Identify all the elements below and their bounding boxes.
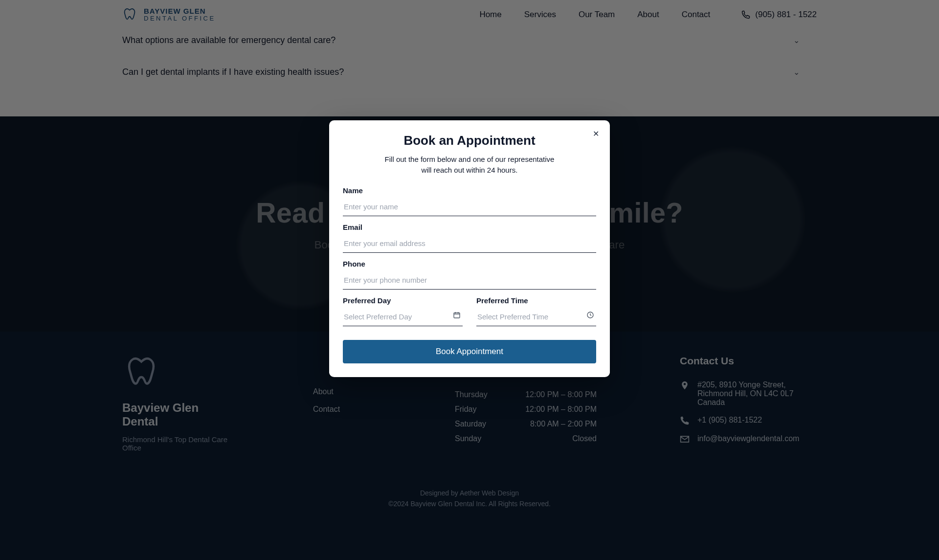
book-appointment-button-label: Book Appointment <box>436 347 503 356</box>
svg-rect-0 <box>454 313 460 318</box>
phone-input[interactable] <box>343 272 596 290</box>
field-preferred-day: Preferred Day <box>343 296 463 326</box>
calendar-icon <box>453 311 461 319</box>
preferred-time-label: Preferred Time <box>476 296 596 305</box>
preferred-day-label: Preferred Day <box>343 296 463 305</box>
modal-title: Book an Appointment <box>343 133 596 148</box>
clock-icon <box>586 311 594 319</box>
field-phone: Phone <box>343 260 596 290</box>
name-label: Name <box>343 186 596 195</box>
email-input[interactable] <box>343 235 596 253</box>
book-appointment-button[interactable]: Book Appointment <box>343 340 596 363</box>
modal-subtitle: Fill out the form below and one of our r… <box>381 154 558 176</box>
field-name: Name <box>343 186 596 216</box>
phone-label: Phone <box>343 260 596 268</box>
close-icon: ✕ <box>593 130 599 138</box>
close-button[interactable]: ✕ <box>593 129 599 138</box>
book-appointment-modal: ✕ Book an Appointment Fill out the form … <box>329 120 610 377</box>
email-label: Email <box>343 223 596 231</box>
field-preferred-time: Preferred Time <box>476 296 596 326</box>
name-input[interactable] <box>343 199 596 216</box>
preferred-time-select[interactable] <box>476 309 596 326</box>
field-email: Email <box>343 223 596 253</box>
preferred-day-select[interactable] <box>343 309 463 326</box>
modal-overlay[interactable]: ✕ Book an Appointment Fill out the form … <box>0 0 939 560</box>
